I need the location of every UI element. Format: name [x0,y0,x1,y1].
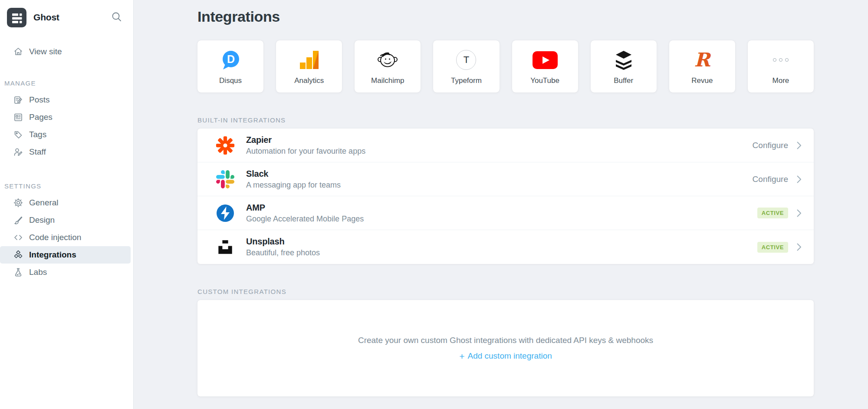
integration-row-slack[interactable]: Slack A messaging app for teams Configur… [197,162,814,196]
chevron-right-icon[interactable] [797,175,802,183]
buffer-icon [613,48,634,72]
sidebar-item-integrations[interactable]: Integrations [0,246,131,264]
chevron-right-icon[interactable] [797,209,802,217]
integration-row-amp[interactable]: AMP Google Accelerated Mobile Pages ACTI… [197,196,814,230]
sidebar-item-label: Pages [29,112,53,122]
amp-icon [216,204,235,222]
app-card-label: Typeform [451,76,482,85]
integration-description: A messaging app for teams [246,181,341,190]
ghost-logo-glyph [7,8,26,27]
sidebar-item-label: Tags [29,130,46,139]
sidebar-item-code-injection[interactable]: Code injection [0,229,133,246]
integration-row-zapier[interactable]: Zapier Automation for your favourite app… [197,129,814,162]
zapier-icon [216,136,235,155]
app-card-label: Revue [691,76,713,85]
sidebar-item-labs[interactable]: Labs [0,264,133,281]
sidebar-item-label: Staff [29,147,46,157]
more-dots-icon [773,48,789,72]
revue-icon: R [694,48,710,72]
custom-integrations-card: Create your own custom Ghost integration… [197,300,814,396]
chevron-right-icon[interactable] [797,142,802,149]
sidebar-item-label: Design [29,215,55,225]
mailchimp-icon [376,48,399,72]
integration-row-unsplash[interactable]: Unsplash Beautiful, free photos ACTIVE [197,230,814,264]
integration-name: Zapier [246,135,365,145]
add-custom-integration-label: Add custom integration [467,351,552,361]
sidebar-item-staff[interactable]: Staff [0,143,133,161]
integration-description: Automation for your favourite apps [246,147,365,156]
sidebar-item-label: Posts [29,95,50,105]
app-card-buffer[interactable]: Buffer [591,40,657,92]
chevron-right-icon[interactable] [797,243,802,251]
status-badge: ACTIVE [757,242,788,253]
revue-letter: R [694,50,710,69]
google-analytics-icon [298,48,320,72]
home-icon [13,47,23,57]
slack-icon [216,170,235,188]
integration-name: Slack [246,169,341,179]
disqus-icon: D [220,48,241,72]
pages-icon [13,112,23,122]
page-title: Integrations [197,0,814,26]
sidebar-item-posts[interactable]: Posts [0,91,133,109]
featured-integrations-grid: D Disqus Analytics [197,40,814,92]
app-card-label: Buffer [614,76,633,85]
integration-name: Unsplash [246,237,320,247]
sidebar-item-design[interactable]: Design [0,211,133,229]
code-icon [13,233,23,243]
app-card-disqus[interactable]: D Disqus [197,40,263,92]
built-in-integrations-label: BUILT-IN INTEGRATIONS [197,116,814,124]
app-card-label: Analytics [294,76,324,85]
integration-description: Google Accelerated Mobile Pages [246,214,364,224]
custom-integrations-description: Create your own custom Ghost integration… [358,336,653,345]
main-panel: Integrations D Disqus [134,0,868,409]
section-label-manage: MANAGE [0,79,133,87]
configure-link[interactable]: Configure [753,141,788,150]
flask-icon [13,267,23,277]
disqus-letter: D [227,53,235,65]
sidebar-item-view-site[interactable]: View site [0,43,133,60]
sidebar-item-pages[interactable]: Pages [0,109,133,126]
sidebar-item-tags[interactable]: Tags [0,126,133,143]
app-card-typeform[interactable]: T Typeform [433,40,499,92]
sidebar: Ghost View site MANAGE Posts Pages Tags [0,0,134,409]
app-card-more[interactable]: More [748,40,814,92]
integration-name: AMP [246,203,364,213]
status-badge: ACTIVE [757,208,788,218]
section-label-settings: SETTINGS [0,182,133,190]
custom-integrations-label: CUSTOM INTEGRATIONS [197,288,814,295]
sidebar-item-label: View site [29,47,62,56]
tag-icon [13,130,23,140]
typeform-letter: T [464,54,469,66]
app-card-label: YouTube [530,76,559,85]
sidebar-item-label: Labs [29,267,47,277]
posts-icon [13,95,23,105]
brush-icon [13,215,23,225]
integration-description: Beautiful, free photos [246,248,320,257]
ghost-logo-icon[interactable] [7,8,26,27]
app-card-mailchimp[interactable]: Mailchimp [355,40,421,92]
youtube-icon [533,48,558,72]
gear-icon [13,198,23,208]
sidebar-item-label: Integrations [29,250,76,260]
search-icon[interactable] [111,11,122,24]
typeform-icon: T [456,48,476,72]
add-custom-integration-button[interactable]: + Add custom integration [459,351,552,361]
built-in-integrations-list: Zapier Automation for your favourite app… [197,129,814,264]
app-card-label: Disqus [219,76,242,85]
staff-icon [13,147,23,157]
brand-title: Ghost [33,12,59,23]
sidebar-item-general[interactable]: General [0,194,133,211]
app-card-label: More [773,76,789,85]
app-card-analytics[interactable]: Analytics [276,40,342,92]
sidebar-item-label: Code injection [29,233,81,242]
sidebar-item-label: General [29,198,59,208]
cubes-icon [13,250,23,260]
plus-icon: + [459,352,464,361]
app-card-youtube[interactable]: YouTube [512,40,578,92]
app-card-revue[interactable]: R Revue [669,40,735,92]
unsplash-icon [216,239,235,255]
configure-link[interactable]: Configure [753,175,788,184]
app-card-label: Mailchimp [371,76,404,85]
